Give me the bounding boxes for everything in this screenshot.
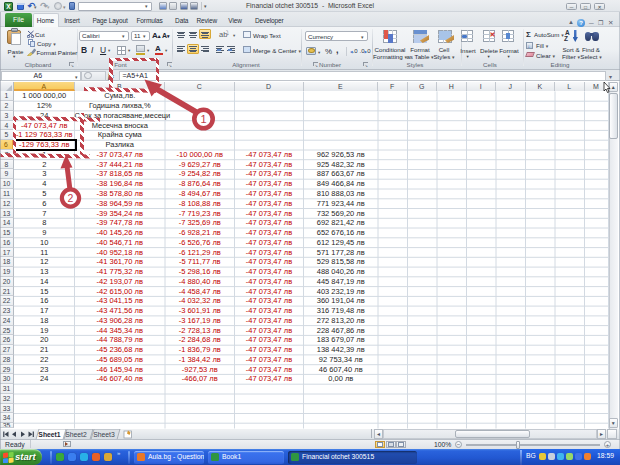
svg-text:2: 2 (68, 192, 74, 204)
svg-text:1: 1 (200, 113, 206, 125)
